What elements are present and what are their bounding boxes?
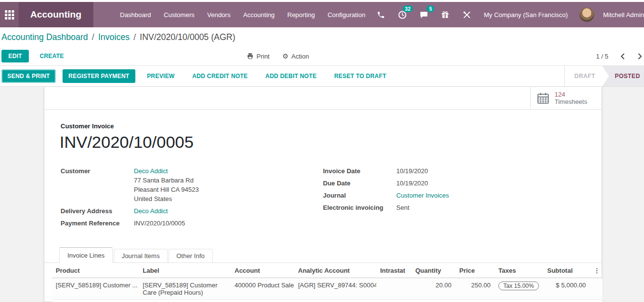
cell-analytic-account[interactable]: [AGR] SERV_89744: S0004... bbox=[294, 278, 376, 300]
user-menu[interactable]: Mitchell Admin bbox=[599, 11, 644, 19]
left-field-column: Customer Deco Addict 77 Santa Barbara Rd… bbox=[61, 166, 323, 231]
state-posted[interactable]: POSTED bbox=[609, 66, 644, 86]
cell-account[interactable]: 400000 Product Sales bbox=[231, 278, 294, 300]
top-navbar: Accounting Dashboard Customers Vendors A… bbox=[0, 2, 644, 27]
col-account[interactable]: Account bbox=[231, 263, 294, 278]
company-switcher[interactable]: My Company (San Francisco) bbox=[480, 11, 575, 19]
col-intrastat[interactable]: Intrastat bbox=[376, 263, 411, 278]
tab-invoice-lines[interactable]: Invoice Lines bbox=[59, 247, 113, 263]
journal-label: Journal bbox=[323, 191, 396, 200]
journal-field: Journal Customer Invoices bbox=[323, 191, 601, 200]
user-avatar[interactable] bbox=[580, 7, 594, 22]
create-button[interactable]: CREATE bbox=[33, 50, 71, 62]
menu-vendors[interactable]: Vendors bbox=[201, 2, 237, 27]
timesheets-stat-button[interactable]: 124 Timesheets bbox=[530, 87, 601, 109]
menu-dashboard[interactable]: Dashboard bbox=[114, 2, 158, 27]
document-type-label: Customer Invoice bbox=[61, 122, 601, 130]
action-label: Action bbox=[291, 53, 309, 60]
timesheets-label: Timesheets bbox=[555, 98, 587, 105]
customer-link[interactable]: Deco Addict bbox=[134, 166, 199, 176]
state-draft[interactable]: DRAFT bbox=[564, 66, 609, 86]
edit-button[interactable]: EDIT bbox=[1, 50, 29, 62]
pager: 1 / 5 bbox=[596, 53, 643, 60]
gift-icon bbox=[441, 10, 450, 19]
col-price[interactable]: Price bbox=[455, 263, 494, 278]
payment-reference-value: INV/2020/10/0005 bbox=[134, 219, 185, 228]
preview-button[interactable]: PREVIEW bbox=[141, 69, 181, 83]
cell-label[interactable]: [SERV_585189] Customer Care (Prepaid Hou… bbox=[139, 278, 231, 300]
tax-badge: Tax 15.00% bbox=[498, 282, 539, 290]
due-date-label: Due Date bbox=[323, 179, 396, 188]
add-debit-note-button[interactable]: ADD DEBIT NOTE bbox=[259, 69, 322, 83]
customer-field: Customer Deco Addict 77 Santa Barbara Rd… bbox=[61, 166, 323, 203]
menu-customers[interactable]: Customers bbox=[157, 2, 201, 27]
pager-previous-button[interactable] bbox=[620, 53, 625, 60]
breadcrumb-invoices-link[interactable]: Invoices bbox=[98, 32, 129, 42]
sheet-body: Customer Invoice INV/2020/10/0005 Custom… bbox=[44, 110, 601, 302]
app-name[interactable]: Accounting bbox=[19, 2, 93, 27]
col-label[interactable]: Label bbox=[139, 263, 231, 278]
col-product[interactable]: Product bbox=[52, 263, 139, 278]
control-panel: EDIT CREATE Print ⚙ Action 1 / 5 bbox=[0, 47, 644, 65]
voip-button[interactable] bbox=[372, 6, 389, 23]
col-analytic-account[interactable]: Analytic Account bbox=[294, 263, 376, 278]
delivery-address-link[interactable]: Deco Addict bbox=[134, 206, 168, 216]
systray: 32 5 My Company (San Francisco) Mitchell bbox=[372, 2, 644, 27]
pager-next-button[interactable] bbox=[637, 53, 643, 60]
center-actions: Print ⚙ Action bbox=[247, 53, 309, 60]
electronic-invoicing-label: Electronic invoicing bbox=[323, 203, 396, 212]
activities-button[interactable]: 32 bbox=[394, 6, 410, 23]
cell-product[interactable]: [SERV_585189] Customer ... bbox=[52, 278, 139, 300]
menu-reporting[interactable]: Reporting bbox=[281, 2, 321, 27]
payment-reference-field: Payment Reference INV/2020/10/0005 bbox=[61, 219, 323, 228]
right-field-column: Invoice Date 10/19/2020 Due Date 10/19/2… bbox=[323, 166, 601, 231]
breadcrumb: Accounting Dashboard / Invoices / INV/20… bbox=[0, 27, 644, 47]
cell-quantity[interactable]: 20.00 bbox=[411, 278, 455, 300]
timesheets-count: 124 bbox=[555, 91, 587, 98]
cell-price[interactable]: 250.00 bbox=[455, 278, 494, 300]
state-pipeline: DRAFT POSTED bbox=[564, 66, 644, 86]
apps-menu-button[interactable] bbox=[0, 2, 19, 27]
tab-journal-items[interactable]: Journal Items bbox=[114, 249, 168, 262]
register-payment-button[interactable]: REGISTER PAYMENT bbox=[63, 69, 135, 83]
invoice-number-title: INV/2020/10/0005 bbox=[60, 133, 601, 152]
tab-other-info[interactable]: Other Info bbox=[169, 249, 213, 262]
invoice-lines-table: Product Label Account Analytic Account I… bbox=[52, 263, 602, 302]
chevron-right-icon bbox=[637, 53, 643, 60]
main-menu: Dashboard Customers Vendors Accounting R… bbox=[114, 2, 372, 27]
col-quantity[interactable]: Quantity bbox=[411, 263, 455, 278]
delivery-address-label: Delivery Address bbox=[61, 206, 134, 216]
add-credit-note-button[interactable]: ADD CREDIT NOTE bbox=[186, 69, 254, 83]
print-menu[interactable]: Print bbox=[247, 53, 270, 60]
send-print-button[interactable]: SEND & PRINT bbox=[1, 69, 56, 83]
col-taxes[interactable]: Taxes bbox=[494, 263, 543, 278]
menu-accounting[interactable]: Accounting bbox=[237, 2, 281, 27]
menu-configuration[interactable]: Configuration bbox=[321, 2, 371, 27]
phone-icon bbox=[377, 11, 385, 19]
due-date-value: 10/19/2020 bbox=[396, 179, 428, 188]
payment-reference-label: Payment Reference bbox=[61, 219, 134, 228]
action-menu[interactable]: ⚙ Action bbox=[282, 53, 309, 60]
referral-button[interactable] bbox=[437, 6, 453, 23]
table-row[interactable]: [SERV_585189] Customer ... [SERV_585189]… bbox=[52, 278, 602, 300]
calendar-icon bbox=[537, 92, 550, 105]
breadcrumb-dashboard-link[interactable]: Accounting Dashboard bbox=[1, 32, 88, 42]
journal-link[interactable]: Customer Invoices bbox=[396, 191, 449, 200]
chat-icon bbox=[419, 10, 429, 20]
statusbar: SEND & PRINT REGISTER PAYMENT PREVIEW AD… bbox=[0, 65, 644, 87]
cell-intrastat[interactable] bbox=[376, 278, 411, 300]
optional-columns-icon[interactable]: ⋮ bbox=[590, 263, 602, 278]
activities-badge: 32 bbox=[403, 5, 413, 12]
stat-text: 124 Timesheets bbox=[555, 91, 587, 105]
debug-tools-button[interactable] bbox=[458, 6, 475, 23]
form-view: 124 Timesheets Customer Invoice INV/2020… bbox=[0, 87, 644, 302]
empty-line-row[interactable] bbox=[52, 300, 602, 302]
customer-address-line: 77 Santa Barbara Rd bbox=[134, 176, 199, 185]
messages-button[interactable]: 5 bbox=[415, 6, 432, 23]
customer-value: Deco Addict 77 Santa Barbara Rd Pleasant… bbox=[134, 166, 199, 203]
reset-to-draft-button[interactable]: RESET TO DRAFT bbox=[328, 69, 392, 83]
cell-subtotal[interactable]: $ 5,000.00 bbox=[543, 278, 590, 300]
cell-taxes[interactable]: Tax 15.00% bbox=[494, 278, 543, 300]
gear-icon: ⚙ bbox=[282, 53, 289, 60]
col-subtotal[interactable]: Subtotal bbox=[543, 263, 590, 278]
